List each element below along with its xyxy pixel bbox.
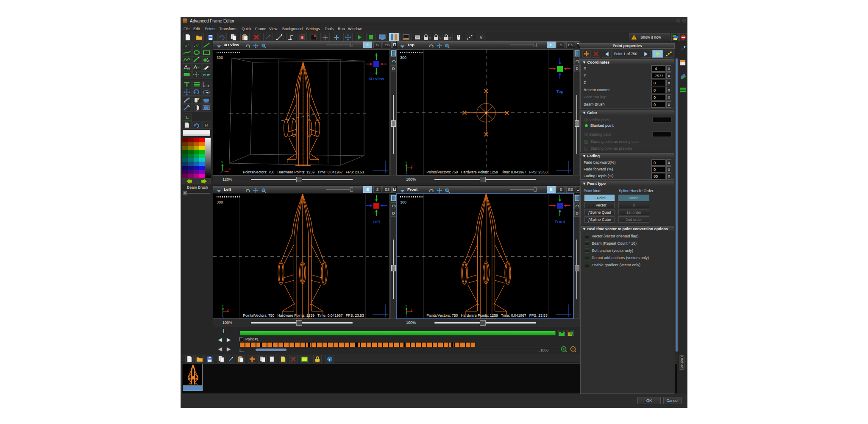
svg-text:Points/Vectors: 750 Hardware: Points/Vectors: 750 Hardware Points: 125… xyxy=(243,170,364,174)
svg-text:Points/Vectors: 750 Hardware: Points/Vectors: 750 Hardware Points: 125… xyxy=(426,170,548,174)
svg-text:Front: Front xyxy=(555,219,565,224)
svg-text:R: R xyxy=(205,123,208,128)
svg-text:3D View: 3D View xyxy=(369,76,384,81)
svg-text:Y: Y xyxy=(439,36,442,40)
svg-text:Points/Vectors: 750 Hardware: Points/Vectors: 750 Hardware Points: 125… xyxy=(426,313,548,318)
svg-text:G: G xyxy=(301,36,303,39)
svg-text:300: 300 xyxy=(217,56,223,60)
svg-text:X: X xyxy=(429,36,431,40)
svg-text:V: V xyxy=(480,35,483,40)
svg-text:Points/Vectors: 750 Hardware: Points/Vectors: 750 Hardware Points: 125… xyxy=(243,313,364,318)
svg-text:Y: Y xyxy=(222,304,224,307)
svg-text:Beam Brush: Beam Brush xyxy=(187,185,208,190)
svg-text:Σ: Σ xyxy=(185,114,189,120)
svg-text:Top: Top xyxy=(556,89,564,94)
svg-text:300: 300 xyxy=(217,200,223,204)
svg-text:x: x xyxy=(411,308,413,311)
svg-text:Left: Left xyxy=(373,219,380,224)
svg-text:300: 300 xyxy=(400,56,406,60)
svg-text:300: 300 xyxy=(400,200,406,204)
svg-text:x: x xyxy=(411,165,413,167)
svg-text:x: x xyxy=(228,308,229,311)
svg-text:x: x xyxy=(229,167,231,170)
svg-text:Y: Y xyxy=(405,161,407,164)
svg-text:CUT: CUT xyxy=(203,73,210,77)
svg-text:Y: Y xyxy=(405,304,407,307)
svg-text:Y: Y xyxy=(221,161,223,164)
svg-text:Z: Z xyxy=(449,36,451,40)
